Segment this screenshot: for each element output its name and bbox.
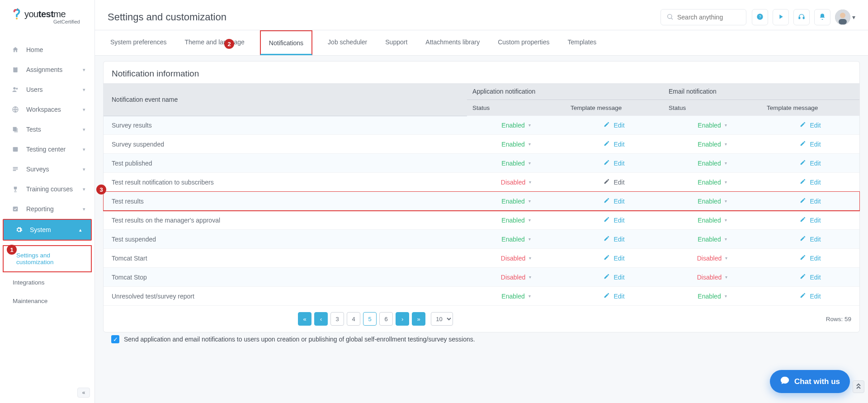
status-cell[interactable]: Disabled▾ — [663, 249, 761, 268]
edit-link[interactable]: Edit — [571, 235, 658, 243]
status-cell[interactable]: Enabled▾ — [663, 287, 761, 306]
search-box[interactable] — [660, 9, 746, 25]
support-button[interactable] — [793, 9, 810, 25]
nav-home[interactable]: Home — [0, 40, 94, 60]
template-edit-cell[interactable]: Edit — [761, 173, 859, 192]
tab-notifications[interactable]: Notifications — [260, 30, 312, 55]
template-edit-cell[interactable]: Edit — [565, 268, 663, 287]
status-cell[interactable]: Enabled▾ — [467, 135, 565, 154]
tab-job-scheduler[interactable]: Job scheduler — [325, 30, 370, 55]
nav-users[interactable]: Users ▾ — [0, 80, 94, 100]
chat-fab[interactable]: Chat with us — [770, 370, 850, 393]
notifications-button[interactable] — [814, 9, 830, 25]
template-edit-cell[interactable]: Edit — [565, 116, 663, 135]
nav-testing-center[interactable]: Testing center ▾ — [0, 139, 94, 159]
edit-link[interactable]: Edit — [571, 159, 658, 167]
template-edit-cell[interactable]: Edit — [761, 268, 859, 287]
page-number-button[interactable]: 5 — [363, 312, 377, 326]
template-edit-cell[interactable]: Edit — [565, 173, 663, 192]
template-edit-cell[interactable]: Edit — [565, 249, 663, 268]
page-number-button[interactable]: 4 — [347, 312, 360, 326]
page-next-button[interactable]: › — [396, 312, 409, 326]
template-edit-cell[interactable]: Edit — [565, 154, 663, 173]
page-first-button[interactable]: « — [298, 312, 311, 326]
status-cell[interactable]: Enabled▾ — [663, 211, 761, 230]
status-cell[interactable]: Disabled▾ — [467, 268, 565, 287]
status-cell[interactable]: Enabled▾ — [467, 154, 565, 173]
play-button[interactable] — [773, 9, 789, 25]
template-edit-cell[interactable]: Edit — [761, 230, 859, 249]
nav-sub-integrations[interactable]: Integrations — [0, 273, 94, 292]
edit-link[interactable]: Edit — [767, 121, 854, 129]
status-cell[interactable]: Enabled▾ — [467, 230, 565, 249]
tab-support[interactable]: Support — [382, 30, 410, 55]
page-prev-button[interactable]: ‹ — [314, 312, 328, 326]
status-cell[interactable]: Enabled▾ — [663, 154, 761, 173]
status-cell[interactable]: Enabled▾ — [467, 287, 565, 306]
edit-link[interactable]: Edit — [767, 178, 854, 186]
edit-link[interactable]: Edit — [767, 140, 854, 148]
template-edit-cell[interactable]: Edit — [565, 135, 663, 154]
edit-link[interactable]: Edit — [767, 216, 854, 224]
template-edit-cell[interactable]: Edit — [761, 116, 859, 135]
app-logo[interactable]: youtestme GetCertified — [0, 0, 94, 29]
tab-templates[interactable]: Templates — [565, 30, 599, 55]
sidebar-collapse-button[interactable]: « — [77, 388, 90, 398]
status-cell[interactable]: Enabled▾ — [663, 230, 761, 249]
edit-link[interactable]: Edit — [571, 121, 658, 129]
status-cell[interactable]: Disabled▾ — [467, 173, 565, 192]
tab-system-preferences[interactable]: System preferences — [108, 30, 170, 55]
status-cell[interactable]: Enabled▾ — [467, 116, 565, 135]
scroll-top-button[interactable] — [853, 380, 864, 393]
edit-link[interactable]: Edit — [767, 254, 854, 262]
tab-attachments-library[interactable]: Attachments library — [423, 30, 482, 55]
template-edit-cell[interactable]: Edit — [761, 287, 859, 306]
status-cell[interactable]: Enabled▾ — [467, 211, 565, 230]
nav-sub-maintenance[interactable]: Maintenance — [0, 292, 94, 310]
user-menu[interactable]: ▾ — [835, 9, 855, 25]
edit-link[interactable]: Edit — [571, 140, 658, 148]
template-edit-cell[interactable]: Edit — [761, 249, 859, 268]
edit-link[interactable]: Edit — [571, 273, 658, 281]
nav-tests[interactable]: Tests ▾ — [0, 119, 94, 139]
template-edit-cell[interactable]: Edit — [565, 192, 663, 211]
edit-link[interactable]: Edit — [767, 235, 854, 243]
nav-training-courses[interactable]: Training courses ▾ — [0, 179, 94, 199]
nav-surveys[interactable]: Surveys ▾ — [0, 159, 94, 179]
search-input[interactable] — [677, 14, 756, 21]
template-edit-cell[interactable]: Edit — [761, 211, 859, 230]
template-edit-cell[interactable]: Edit — [565, 211, 663, 230]
edit-link[interactable]: Edit — [767, 273, 854, 281]
template-edit-cell[interactable]: Edit — [761, 154, 859, 173]
status-cell[interactable]: Enabled▾ — [663, 116, 761, 135]
rows-per-page-select[interactable]: 10 — [431, 312, 453, 326]
edit-link[interactable]: Edit — [767, 197, 854, 205]
status-cell[interactable]: Enabled▾ — [663, 192, 761, 211]
edit-link[interactable]: Edit — [767, 159, 854, 167]
tab-theme-language[interactable]: Theme and language — [182, 30, 247, 55]
template-edit-cell[interactable]: Edit — [761, 135, 859, 154]
template-edit-cell[interactable]: Edit — [565, 287, 663, 306]
tab-custom-properties[interactable]: Custom properties — [495, 30, 552, 55]
page-number-button[interactable]: 6 — [379, 312, 393, 326]
edit-link[interactable]: Edit — [571, 197, 658, 205]
edit-link[interactable]: Edit — [571, 292, 658, 300]
help-button[interactable]: ? — [752, 9, 768, 25]
nav-reporting[interactable]: Reporting ▾ — [0, 199, 94, 219]
edit-link[interactable]: Edit — [571, 178, 658, 186]
template-edit-cell[interactable]: Edit — [565, 230, 663, 249]
status-cell[interactable]: Enabled▾ — [663, 173, 761, 192]
edit-link[interactable]: Edit — [767, 292, 854, 300]
nav-workspaces[interactable]: Workspaces ▾ — [0, 100, 94, 119]
checkbox-checked[interactable]: ✓ — [111, 335, 119, 343]
edit-link[interactable]: Edit — [571, 254, 658, 262]
page-number-button[interactable]: 3 — [330, 312, 344, 326]
edit-link[interactable]: Edit — [571, 216, 658, 224]
template-edit-cell[interactable]: Edit — [761, 192, 859, 211]
nav-assignments[interactable]: Assignments ▾ — [0, 60, 94, 80]
status-cell[interactable]: Disabled▾ — [663, 268, 761, 287]
status-cell[interactable]: Enabled▾ — [467, 192, 565, 211]
nav-system[interactable]: System ▴ — [3, 219, 92, 241]
status-cell[interactable]: Enabled▾ — [663, 135, 761, 154]
page-last-button[interactable]: » — [412, 312, 425, 326]
